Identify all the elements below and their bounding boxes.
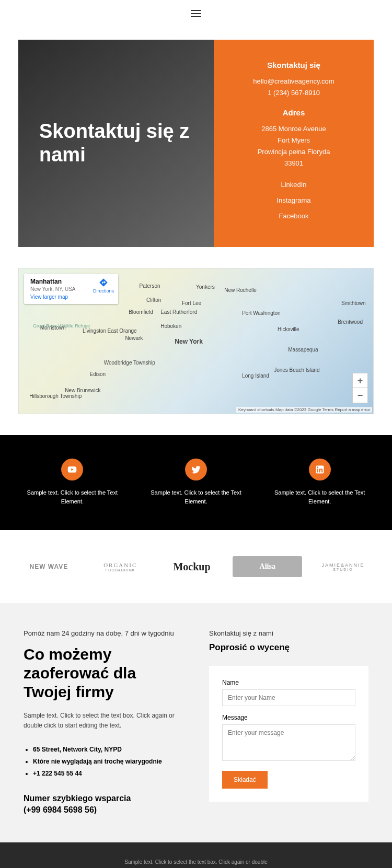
message-label: Message: [222, 714, 355, 721]
hero-section: Skontaktuj się z nami Skontaktuj się hel…: [18, 40, 374, 247]
social-item-youtube: Sample text. Click to select the Text El…: [18, 459, 126, 507]
zoom-in-button[interactable]: +: [353, 373, 367, 388]
social-text: Sample text. Click to select the Text El…: [18, 488, 126, 507]
contact-form-panel: Skontaktuj się z nami Poprosić o wycenę …: [209, 629, 368, 816]
submit-button[interactable]: Składać: [222, 771, 268, 789]
map-attribution: Keyboard shortcuts Map data ©2023 Google…: [236, 407, 372, 413]
name-input[interactable]: [222, 689, 355, 706]
offer-subtitle: Pomóż nam 24 godziny na dobę, 7 dni w ty…: [24, 629, 183, 637]
logo-organic: ORGANIC FOOD&DRINK: [90, 562, 151, 572]
hamburger-menu-icon[interactable]: [191, 8, 201, 19]
offer-description: Sample text. Click to select the text bo…: [24, 711, 183, 731]
directions-icon[interactable]: Directions: [93, 278, 114, 294]
social-item-linkedin: Sample text. Click to select the Text El…: [266, 459, 374, 507]
hero-image: Skontaktuj się z nami: [18, 40, 214, 247]
footer: Sample text. Click to select the text bo…: [0, 842, 392, 868]
list-item: Które nie wyglądają ani trochę wiarygodn…: [33, 756, 183, 768]
form-subtitle: Skontaktuj się z nami: [209, 629, 368, 637]
name-label: Name: [222, 679, 355, 686]
logo-alisa: Alisa: [233, 556, 302, 577]
social-item-twitter: Sample text. Click to select the Text El…: [142, 459, 250, 507]
social-text: Sample text. Click to select the Text El…: [142, 488, 250, 507]
contact-info: hello@creativeagency.com 1 (234) 567-891…: [229, 76, 358, 99]
facebook-link[interactable]: Facebook: [279, 212, 308, 220]
linkedin-icon[interactable]: [309, 459, 331, 480]
offer-bullets: 65 Street, Network City, NYPD Które nie …: [24, 744, 183, 779]
social-text: Sample text. Click to select the Text El…: [266, 488, 374, 507]
map-infobox: Manhattan Directions New York, NY, USA V…: [24, 274, 118, 304]
youtube-icon[interactable]: [61, 459, 83, 480]
header: [0, 0, 392, 29]
offer-section: Pomóż nam 24 godziny na dobę, 7 dni w ty…: [0, 603, 392, 842]
list-item: 65 Street, Network City, NYPD: [33, 744, 183, 756]
social-links: LinkedIn Instagrama Facebook: [229, 179, 358, 222]
support-number: Numer szybkiego wsparcia (+99 6984 5698 …: [24, 793, 183, 816]
map-zoom-controls: + −: [352, 373, 368, 403]
offer-heading: Co możemy zaoferować dla Twojej firmy: [24, 645, 183, 701]
logo-mockup: Mockup: [162, 561, 223, 573]
map-title: Manhattan: [30, 278, 62, 285]
form-box: Name Message Składać: [209, 666, 368, 802]
offer-content: Pomóż nam 24 godziny na dobę, 7 dni w ty…: [24, 629, 183, 816]
view-larger-map-link[interactable]: View larger map: [30, 294, 112, 300]
contact-panel: Skontaktuj się hello@creativeagency.com …: [214, 40, 374, 247]
social-section: Sample text. Click to select the Text El…: [0, 435, 392, 530]
hero-title: Skontaktuj się z nami: [39, 120, 193, 167]
address-text: 2865 Monroe Avenue Fort Myers Prowincja …: [229, 123, 358, 169]
form-heading: Poprosić o wycenę: [209, 642, 368, 653]
map-section: New York Newark Yonkers Paterson Clifton…: [18, 268, 374, 414]
twitter-icon[interactable]: [185, 459, 207, 480]
linkedin-link[interactable]: LinkedIn: [281, 181, 306, 189]
map[interactable]: New York Newark Yonkers Paterson Clifton…: [18, 268, 374, 414]
logo-jamieannie: JAMIE&ANNIE STUDIO: [313, 562, 374, 571]
list-item: +1 222 545 55 44: [33, 768, 183, 780]
message-textarea[interactable]: [222, 724, 355, 761]
logos-section: NEW WAVE ORGANIC FOOD&DRINK Mockup Alisa…: [0, 530, 392, 603]
footer-text: Sample text. Click to select the text bo…: [16, 858, 376, 868]
logo-newwave: NEW WAVE: [18, 563, 79, 570]
zoom-out-button[interactable]: −: [353, 388, 367, 403]
instagram-link[interactable]: Instagrama: [276, 196, 310, 204]
address-heading: Adres: [229, 108, 358, 117]
contact-heading: Skontaktuj się: [229, 61, 358, 69]
